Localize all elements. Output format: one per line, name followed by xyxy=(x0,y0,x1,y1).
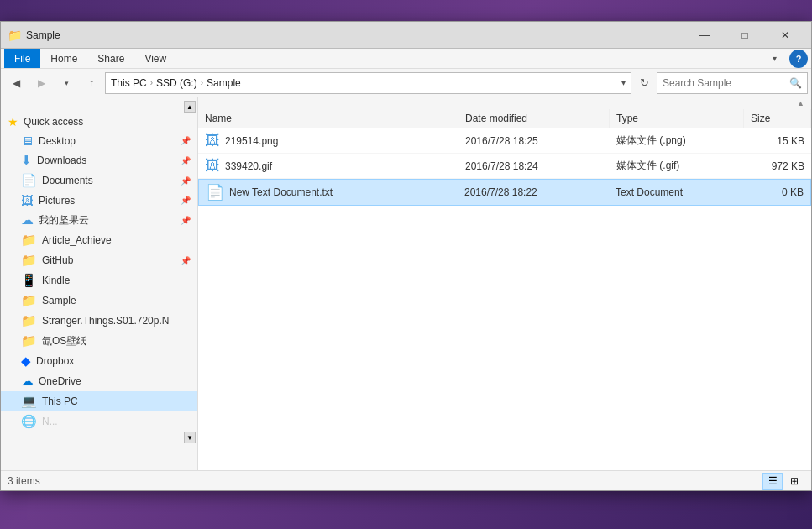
header-name[interactable]: Name xyxy=(198,109,458,128)
sidebar-item-desktop[interactable]: 🖥 Desktop 📌 xyxy=(1,131,197,150)
window-controls: — □ ✕ xyxy=(685,22,804,49)
sidebar-item-sample[interactable]: 📁 Sample xyxy=(1,291,197,311)
back-button[interactable]: ◀ xyxy=(4,72,28,94)
sidebar-item-downloads[interactable]: ⬇ Downloads 📌 xyxy=(1,150,197,170)
xenos-icon: 📁 xyxy=(21,333,37,348)
file-size-0: 15 KB xyxy=(744,128,811,153)
sidebar-label-jianguoyun: 我的坚果云 xyxy=(39,213,89,228)
sidebar-label-github: GitHub xyxy=(42,254,73,266)
github-icon: 📁 xyxy=(21,253,37,268)
status-bar: 3 items ☰ ⊞ xyxy=(1,470,811,490)
column-sort-area: ▲ xyxy=(198,97,811,109)
sidebar-label-stranger-things: Stranger.Things.S01.720p.N xyxy=(42,315,169,327)
header-date[interactable]: Date modified xyxy=(458,109,610,128)
sidebar-label-onedrive: OneDrive xyxy=(39,375,81,387)
file-row-1[interactable]: 🖼 339420.gif 2016/7/28 18:24 媒体文件 (.gif)… xyxy=(198,154,811,179)
sidebar-label-sample: Sample xyxy=(42,295,76,306)
sidebar-item-xenos[interactable]: 📁 氙OS壁纸 xyxy=(1,331,197,351)
desktop-icon: 🖥 xyxy=(21,134,34,148)
search-icon[interactable]: 🔍 xyxy=(789,77,802,89)
file-name-0: 🖼 219514.png xyxy=(198,128,458,153)
file-date-0: 2016/7/28 18:25 xyxy=(458,128,610,153)
file-headers: Name Date modified Type Size xyxy=(198,109,811,128)
items-count: 3 items xyxy=(8,475,40,487)
address-bar[interactable]: This PC › SSD (G:) › Sample ▾ xyxy=(105,72,631,94)
quick-access-label: Quick access xyxy=(24,116,83,128)
sidebar-item-stranger-things[interactable]: 📁 Stranger.Things.S01.720p.N xyxy=(1,311,197,331)
sidebar-item-github[interactable]: 📁 GitHub 📌 xyxy=(1,250,197,270)
toolbar: ◀ ▶ ▾ ↑ This PC › SSD (G:) › Sample ▾ ↻ … xyxy=(1,69,811,97)
sidebar-scroll-down[interactable]: ▼ xyxy=(184,432,196,443)
recent-locations-button[interactable]: ▾ xyxy=(55,72,78,94)
help-button[interactable]: ? xyxy=(789,50,808,68)
header-size[interactable]: Size xyxy=(744,109,811,128)
sidebar-quick-access-header[interactable]: ★ Quick access xyxy=(1,113,197,131)
explorer-window: 📁 Sample — □ ✕ File Home Share View ▾ ? … xyxy=(0,21,812,491)
sidebar-item-pictures[interactable]: 🖼 Pictures 📌 xyxy=(1,191,197,210)
stranger-things-icon: 📁 xyxy=(21,313,37,328)
pin-icon-pictures: 📌 xyxy=(181,196,191,205)
menu-tab-share[interactable]: Share xyxy=(87,49,134,68)
address-ssd: SSD (G:) xyxy=(156,77,197,89)
sidebar-item-kindle[interactable]: 📱 Kindle xyxy=(1,270,197,291)
address-this-pc: This PC xyxy=(111,77,147,89)
kindle-icon: 📱 xyxy=(21,273,37,288)
view-large-icons-button[interactable]: ⊞ xyxy=(784,473,804,490)
this-pc-icon: 💻 xyxy=(21,394,37,409)
sidebar-item-network[interactable]: 🌐 N... xyxy=(1,411,197,432)
address-dropdown-icon[interactable]: ▾ xyxy=(621,78,626,87)
file-date-1: 2016/7/28 18:24 xyxy=(458,154,610,178)
sidebar-item-jianguoyun[interactable]: ☁ 我的坚果云 📌 xyxy=(1,210,197,230)
sidebar-scroll-up[interactable]: ▲ xyxy=(184,101,196,113)
file-name-1: 🖼 339420.gif xyxy=(198,154,458,178)
sidebar-item-article[interactable]: 📁 Article_Achieve xyxy=(1,230,197,250)
sidebar-item-onedrive[interactable]: ☁ OneDrive xyxy=(1,371,197,391)
dropbox-icon: ◆ xyxy=(21,354,31,369)
close-button[interactable]: ✕ xyxy=(766,22,804,49)
forward-button[interactable]: ▶ xyxy=(29,72,53,94)
sidebar-label-article: Article_Achieve xyxy=(42,234,112,246)
pin-icon-desktop: 📌 xyxy=(181,136,191,145)
file-name-2: 📄 New Text Document.txt xyxy=(199,180,458,205)
up-button[interactable]: ↑ xyxy=(80,72,103,94)
sidebar-label-pictures: Pictures xyxy=(39,195,75,207)
file-icon-2: 📄 xyxy=(206,183,224,202)
minimize-button[interactable]: — xyxy=(685,22,724,49)
file-row-0[interactable]: 🖼 219514.png 2016/7/28 18:25 媒体文件 (.png)… xyxy=(198,128,811,154)
address-sep2: › xyxy=(201,78,203,87)
search-input[interactable] xyxy=(663,77,789,89)
header-type[interactable]: Type xyxy=(610,109,744,128)
sidebar-label-downloads: Downloads xyxy=(37,155,86,166)
onedrive-icon: ☁ xyxy=(21,374,34,389)
file-size-1: 972 KB xyxy=(744,154,811,178)
pin-icon-downloads: 📌 xyxy=(181,156,191,165)
sidebar-label-this-pc: This PC xyxy=(42,395,78,407)
file-row-2[interactable]: 📄 New Text Document.txt 2016/7/28 18:22 … xyxy=(198,179,811,206)
address-sample: Sample xyxy=(207,77,241,89)
search-box[interactable]: 🔍 xyxy=(657,72,808,94)
menu-tab-view[interactable]: View xyxy=(134,49,176,68)
pin-icon-jianguoyun: 📌 xyxy=(181,216,191,225)
file-icon-1: 🖼 xyxy=(205,157,220,175)
network-icon: 🌐 xyxy=(21,414,37,429)
menu-tab-file[interactable]: File xyxy=(4,49,40,68)
view-details-button[interactable]: ☰ xyxy=(762,473,783,490)
ribbon-dropdown-button[interactable]: ▾ xyxy=(762,48,786,70)
main-area: ▲ ★ Quick access 🖥 Desktop 📌 ⬇ Downloads… xyxy=(1,97,811,470)
window-icon: 📁 xyxy=(8,29,21,42)
maximize-button[interactable]: □ xyxy=(726,22,764,49)
file-date-2: 2016/7/28 18:22 xyxy=(458,180,609,205)
sidebar-item-this-pc[interactable]: 💻 This PC xyxy=(1,391,197,411)
file-area: ▲ Name Date modified Type Size xyxy=(198,97,811,470)
sidebar-item-dropbox[interactable]: ◆ Dropbox xyxy=(1,351,197,371)
sidebar-label-desktop: Desktop xyxy=(39,135,76,147)
sort-arrow-up[interactable]: ▲ xyxy=(797,99,804,107)
article-icon: 📁 xyxy=(21,233,37,248)
file-list: 🖼 219514.png 2016/7/28 18:25 媒体文件 (.png)… xyxy=(198,128,811,470)
title-bar-icons: 📁 xyxy=(8,29,21,42)
menu-tab-home[interactable]: Home xyxy=(40,49,87,68)
refresh-button[interactable]: ↻ xyxy=(633,72,655,94)
title-bar: 📁 Sample — □ ✕ xyxy=(1,22,811,49)
sidebar-item-documents[interactable]: 📄 Documents 📌 xyxy=(1,170,197,191)
view-buttons: ☰ ⊞ xyxy=(762,473,804,490)
